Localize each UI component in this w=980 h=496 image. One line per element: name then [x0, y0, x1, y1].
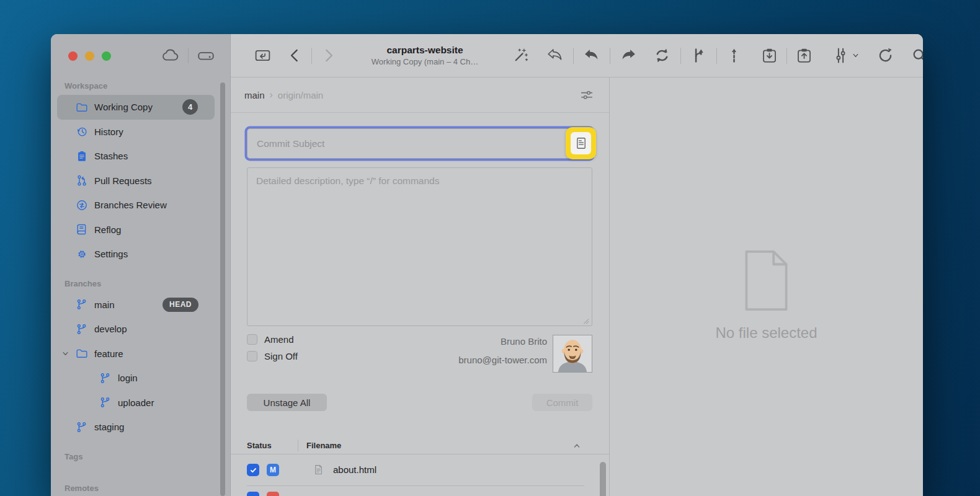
toolbar-divider	[573, 48, 574, 64]
sidebar-item-label: Settings	[94, 249, 128, 259]
commit-subject-input[interactable]	[247, 128, 592, 159]
sidebar-item-stashes[interactable]: Stashes	[57, 144, 215, 169]
search-icon[interactable]	[911, 46, 923, 64]
sidebar-item-label: Working Copy	[94, 102, 153, 112]
working-copy-folder-icon[interactable]	[253, 46, 272, 64]
merge-icon[interactable]	[690, 46, 708, 64]
filter-sliders-icon[interactable]	[579, 87, 594, 102]
resize-grip-icon[interactable]	[582, 317, 589, 324]
upstream-branch[interactable]: origin/main	[278, 90, 323, 100]
gitflow-icon[interactable]	[832, 46, 850, 64]
sidebar-scrollbar[interactable]	[220, 82, 225, 496]
sidebar-branch-develop[interactable]: develop	[57, 317, 215, 342]
chevron-down-icon[interactable]	[61, 349, 70, 358]
minimize-window-button[interactable]	[85, 51, 94, 61]
commit-template-button[interactable]	[571, 132, 591, 154]
unstage-all-button[interactable]: Unstage All	[247, 394, 327, 411]
fetch-icon[interactable]	[653, 46, 671, 64]
toolbar-divider	[786, 48, 787, 64]
head-badge: HEAD	[163, 298, 198, 312]
commit-button[interactable]: Commit	[532, 394, 592, 411]
toolbar-divider	[680, 48, 681, 64]
window-title-block: carparts-website Working Copy (main – 4 …	[347, 45, 502, 66]
sidebar-item-label: Pull Requests	[94, 175, 152, 186]
branch-icon	[76, 421, 88, 433]
table-row-partial[interactable]	[231, 489, 599, 496]
file-list-scrollbar[interactable]	[600, 462, 606, 496]
branch-label: staging	[94, 422, 124, 432]
stash-apply-icon[interactable]	[795, 46, 813, 64]
reflog-icon	[76, 223, 88, 236]
sidebar-item-branches-review[interactable]: Branches Review	[57, 193, 215, 218]
filename: about.html	[333, 464, 376, 475]
status-badge-modified: M	[267, 464, 279, 476]
author-name: Bruno Brito	[501, 336, 547, 347]
forward-chevron-icon[interactable]	[319, 46, 337, 64]
sort-ascending-icon[interactable]	[572, 441, 582, 451]
stage-checkbox[interactable]	[247, 492, 259, 496]
branch-label: main	[94, 299, 115, 310]
empty-state-message: No file selected	[610, 324, 923, 342]
repo-subtitle: Working Copy (main – 4 Ch…	[347, 57, 502, 66]
column-divider[interactable]	[298, 440, 298, 451]
amend-checkbox[interactable]	[247, 334, 257, 345]
toolbar-divider	[610, 48, 610, 64]
sidebar-branch-main[interactable]: main HEAD	[57, 293, 215, 317]
filename-column-header[interactable]: Filename	[306, 441, 341, 450]
sidebar-item-label: Branches Review	[94, 200, 167, 210]
amend-label: Amend	[264, 334, 294, 345]
file-table-header: Status Filename	[231, 436, 609, 454]
undo-icon[interactable]	[545, 46, 565, 64]
table-row[interactable]: M about.html	[231, 454, 599, 485]
drive-icon[interactable]	[197, 46, 215, 65]
check-icon	[249, 466, 257, 474]
commit-panel: main › origin/main	[231, 78, 610, 496]
titlebar	[51, 34, 230, 78]
push-icon[interactable]	[618, 46, 638, 64]
main-area: carparts-website Working Copy (main – 4 …	[231, 34, 923, 496]
sidebar-branch-uploader[interactable]: uploader	[57, 391, 215, 415]
branches-review-icon	[76, 199, 88, 211]
current-branch[interactable]: main	[244, 90, 265, 100]
sidebar-item-label: History	[94, 126, 123, 137]
sidebar-item-history[interactable]: History	[57, 120, 215, 144]
gear-icon	[76, 248, 88, 260]
stage-checkbox-checked[interactable]	[247, 464, 259, 476]
toolbar: carparts-website Working Copy (main – 4 …	[231, 34, 923, 78]
branch-label: uploader	[118, 397, 154, 408]
sidebar-branch-login[interactable]: login	[57, 366, 215, 391]
sidebar-item-reflog[interactable]: Reflog	[57, 218, 215, 242]
sidebar-branch-folder-feature[interactable]: feature	[57, 342, 215, 366]
changes-count-badge: 4	[182, 99, 198, 115]
toolbar-divider	[311, 48, 312, 64]
chevron-down-icon[interactable]	[851, 46, 860, 64]
status-column-header[interactable]: Status	[247, 441, 272, 450]
sidebar-item-working-copy[interactable]: Working Copy 4	[57, 95, 215, 120]
refresh-icon[interactable]	[876, 46, 894, 64]
back-chevron-icon[interactable]	[286, 46, 304, 64]
sidebar-item-settings[interactable]: Settings	[57, 242, 215, 267]
magic-wand-icon[interactable]	[511, 46, 529, 64]
branch-bar: main › origin/main	[231, 78, 609, 113]
sidebar-item-pull-requests[interactable]: Pull Requests	[57, 169, 215, 193]
breadcrumb-separator: ›	[270, 89, 273, 100]
cloud-icon[interactable]	[161, 46, 180, 65]
pull-request-icon	[76, 174, 88, 187]
rebase-icon[interactable]	[725, 46, 743, 64]
signoff-label: Sign Off	[264, 351, 298, 361]
signoff-option: Sign Off	[247, 351, 298, 361]
section-header-workspace: Workspace	[57, 81, 215, 91]
close-window-button[interactable]	[68, 51, 78, 61]
commit-description-textarea[interactable]	[247, 167, 592, 326]
zoom-window-button[interactable]	[102, 51, 111, 61]
pull-icon[interactable]	[582, 46, 602, 64]
signoff-checkbox[interactable]	[247, 351, 257, 361]
section-header-branches: Branches	[57, 279, 215, 288]
branch-label: feature	[94, 348, 123, 359]
file-icon	[313, 463, 324, 476]
titlebar-divider	[188, 48, 189, 63]
section-header-remotes: Remotes	[57, 484, 215, 493]
stash-icon[interactable]	[760, 46, 778, 64]
sidebar-branch-staging[interactable]: staging	[57, 415, 215, 440]
avatar[interactable]	[553, 335, 592, 373]
